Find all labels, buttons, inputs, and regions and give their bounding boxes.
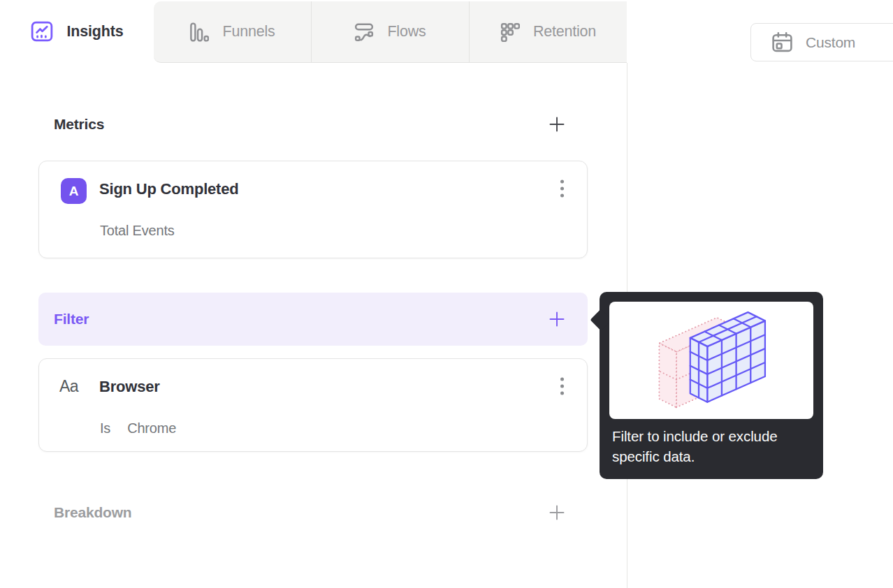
flows-wave-icon <box>354 22 374 42</box>
tab-label: Insights <box>67 23 124 41</box>
tab-label: Retention <box>533 23 596 41</box>
filter-cube-illustration <box>653 308 770 413</box>
filter-heading: Filter <box>54 311 89 328</box>
tab-insights[interactable]: Insights <box>0 0 154 63</box>
filter-tooltip: Filter to include or exclude specific da… <box>600 292 823 479</box>
add-metric-button[interactable] <box>549 116 565 133</box>
tab-retention[interactable]: Retention <box>469 1 627 62</box>
breakdown-heading: Breakdown <box>54 504 131 521</box>
filter-kebab-menu[interactable] <box>558 375 566 405</box>
filter-card[interactable]: Aa Browser Is Chrome <box>38 358 588 452</box>
metric-aggregation[interactable]: Total Events <box>100 223 175 239</box>
funnels-bars-icon <box>189 22 209 42</box>
tab-label: Flows <box>387 23 426 41</box>
metric-card[interactable]: A Sign Up Completed Total Events <box>38 161 588 258</box>
add-filter-button[interactable] <box>549 311 565 328</box>
report-type-tabs: Funnels Flows <box>154 1 627 63</box>
metrics-section-header: Metrics <box>38 105 588 144</box>
add-breakdown-button[interactable] <box>549 504 565 521</box>
query-builder-panel: Metrics A Sign Up Completed Total Events… <box>38 63 588 588</box>
date-range-button[interactable]: Custom <box>750 23 893 61</box>
tooltip-arrow <box>590 309 611 330</box>
filter-value[interactable]: Chrome <box>127 420 176 436</box>
metrics-heading: Metrics <box>54 116 104 133</box>
filter-operator[interactable]: Is <box>100 420 110 436</box>
metric-kebab-menu[interactable] <box>558 177 566 207</box>
tooltip-illustration-card <box>609 302 813 419</box>
tab-funnels[interactable]: Funnels <box>154 1 311 62</box>
string-property-icon: Aa <box>59 377 78 396</box>
filter-clause: Is Chrome <box>100 420 176 436</box>
filter-property-name[interactable]: Browser <box>99 378 160 396</box>
filter-section-header[interactable]: Filter <box>38 293 588 346</box>
insights-report-builder: Funnels Flows <box>0 0 893 588</box>
breakdown-section-header: Breakdown <box>38 493 588 532</box>
metric-series-badge: A <box>61 178 87 204</box>
tooltip-text: Filter to include or exclude specific da… <box>612 426 788 466</box>
insights-chart-icon <box>31 21 53 42</box>
metric-event-name[interactable]: Sign Up Completed <box>99 180 239 198</box>
calendar-icon <box>771 31 794 54</box>
tab-flows[interactable]: Flows <box>311 1 469 62</box>
tab-label: Funnels <box>222 23 275 41</box>
retention-grid-icon <box>500 22 520 42</box>
date-range-label: Custom <box>806 34 855 51</box>
